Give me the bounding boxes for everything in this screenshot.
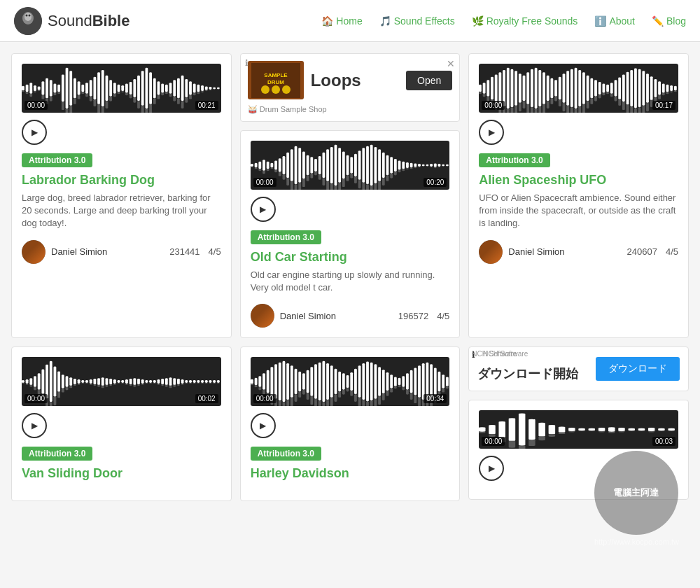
plays-old-car: 196572 xyxy=(398,311,428,321)
svg-rect-530 xyxy=(568,431,575,432)
header: SoundBible 🏠Home 🎵Sound Effects 🌿Royalty… xyxy=(0,0,700,42)
logo[interactable]: SoundBible xyxy=(14,7,130,35)
plays-alien: 240607 xyxy=(627,246,657,257)
nch-download-button[interactable]: ダウンロード xyxy=(596,357,680,381)
play-button-alien[interactable]: ▶ xyxy=(479,120,504,145)
author-row-old-car: Daniel Simion 196572 4/5 xyxy=(251,304,450,328)
svg-rect-76 xyxy=(161,92,164,95)
author-name-labrador[interactable]: Daniel Simion xyxy=(51,246,107,257)
svg-rect-138 xyxy=(302,178,305,187)
svg-rect-381 xyxy=(161,379,164,384)
svg-rect-308 xyxy=(671,91,673,92)
svg-rect-302 xyxy=(659,95,662,99)
svg-rect-217 xyxy=(491,77,493,99)
title-van[interactable]: Van Sliding Door xyxy=(22,466,221,481)
svg-rect-22 xyxy=(54,92,57,95)
svg-rect-487 xyxy=(402,377,405,388)
svg-rect-385 xyxy=(169,378,172,386)
author-name-alien[interactable]: Daniel Simion xyxy=(508,246,564,257)
svg-rect-429 xyxy=(286,363,289,400)
svg-rect-510 xyxy=(446,386,449,389)
author-name-old-car[interactable]: Daniel Simion xyxy=(280,311,336,321)
svg-rect-188 xyxy=(402,169,405,171)
ad-open-button[interactable]: Open xyxy=(406,71,452,90)
svg-rect-540 xyxy=(619,431,625,432)
svg-rect-450 xyxy=(326,400,329,406)
nch-info-icon[interactable]: ℹ xyxy=(472,350,479,357)
nav-royalty-free[interactable]: 🌿Royalty Free Sounds xyxy=(472,15,578,27)
title-old-car[interactable]: Old Car Starting xyxy=(251,250,450,265)
svg-rect-537 xyxy=(608,428,615,433)
play-button-old-car[interactable]: ▶ xyxy=(251,197,276,222)
svg-rect-427 xyxy=(282,361,285,402)
svg-rect-398 xyxy=(193,383,196,384)
play-button-van[interactable]: ▶ xyxy=(22,413,47,438)
svg-rect-285 xyxy=(626,72,629,105)
svg-rect-116 xyxy=(258,169,261,171)
svg-rect-503 xyxy=(434,368,437,396)
play-button-labrador[interactable]: ▶ xyxy=(22,120,47,145)
play-button-small[interactable]: ▶ xyxy=(479,456,504,481)
svg-rect-191 xyxy=(410,163,412,167)
svg-rect-71 xyxy=(153,78,156,99)
nav-about[interactable]: ℹ️About xyxy=(594,15,635,27)
svg-rect-547 xyxy=(659,428,665,430)
play-button-harley[interactable]: ▶ xyxy=(251,413,276,438)
svg-rect-201 xyxy=(430,164,433,167)
svg-rect-32 xyxy=(74,98,76,104)
ad-info-icon[interactable]: ℹ xyxy=(245,58,248,68)
nav-blog[interactable]: ✏️Blog xyxy=(652,15,686,27)
title-harley[interactable]: Harley Davidson xyxy=(251,466,450,481)
nav-sound-effects[interactable]: 🎵Sound Effects xyxy=(379,15,455,27)
time-end-harley: 00:34 xyxy=(424,394,447,403)
svg-rect-327 xyxy=(54,367,57,397)
svg-rect-60 xyxy=(130,94,132,98)
svg-rect-443 xyxy=(314,365,317,399)
svg-rect-451 xyxy=(330,366,333,398)
svg-rect-482 xyxy=(390,388,393,393)
svg-rect-368 xyxy=(133,385,136,387)
svg-rect-64 xyxy=(137,101,140,108)
svg-rect-407 xyxy=(213,380,216,383)
svg-rect-489 xyxy=(406,374,409,390)
svg-rect-405 xyxy=(209,380,212,383)
svg-rect-525 xyxy=(549,425,555,434)
svg-rect-321 xyxy=(41,370,44,394)
svg-rect-401 xyxy=(201,380,204,383)
waveform-alien-ufo: 00:00 00:17 xyxy=(479,64,678,113)
desc-labrador: Large dog, breed labrador retriever, bar… xyxy=(22,192,221,230)
svg-rect-240 xyxy=(535,108,538,113)
svg-rect-283 xyxy=(622,75,625,102)
svg-rect-377 xyxy=(153,380,156,383)
svg-rect-249 xyxy=(554,80,557,96)
title-labrador[interactable]: Labrador Barking Dog xyxy=(22,173,221,188)
svg-rect-425 xyxy=(279,363,281,400)
svg-rect-195 xyxy=(418,164,421,167)
svg-rect-288 xyxy=(631,106,634,113)
svg-rect-389 xyxy=(177,379,180,384)
svg-rect-350 xyxy=(97,385,100,387)
svg-rect-526 xyxy=(549,434,555,437)
svg-rect-112 xyxy=(251,167,253,167)
svg-rect-61 xyxy=(133,79,136,97)
svg-rect-519 xyxy=(519,414,525,446)
svg-rect-166 xyxy=(358,180,360,188)
svg-rect-133 xyxy=(294,146,297,184)
svg-rect-375 xyxy=(149,380,152,383)
time-start-old-car: 00:00 xyxy=(253,178,276,187)
card-labrador: 00:00 00:21 ▶ Attribution 3.0 Labrador B… xyxy=(11,53,232,338)
svg-rect-145 xyxy=(318,156,321,174)
svg-rect-459 xyxy=(346,375,349,388)
svg-rect-347 xyxy=(93,379,96,384)
svg-rect-154 xyxy=(334,186,337,190)
card-harley: 00:00 00:34 ▶ Attribution 3.0 Harley Dav… xyxy=(240,346,461,501)
ad-close-icon[interactable]: ✕ xyxy=(447,58,455,69)
svg-rect-33 xyxy=(78,81,80,94)
author-avatar-old-car xyxy=(251,304,274,328)
svg-rect-391 xyxy=(181,379,184,384)
svg-rect-471 xyxy=(370,363,372,400)
nav-home[interactable]: 🏠Home xyxy=(321,15,362,27)
home-icon: 🏠 xyxy=(321,15,333,27)
svg-rect-118 xyxy=(262,171,265,174)
title-alien[interactable]: Alien Spaceship UFO xyxy=(479,173,678,188)
